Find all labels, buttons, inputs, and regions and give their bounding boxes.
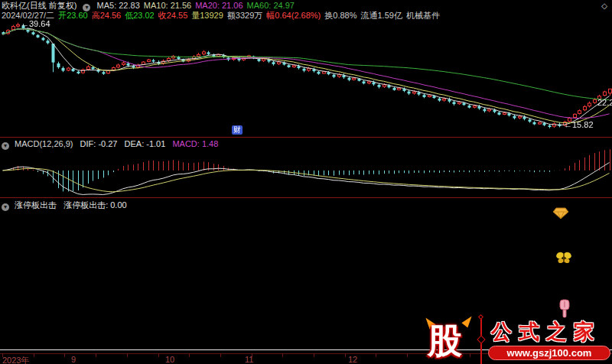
high-price-label: ←39.64 — [21, 19, 50, 28]
axis-tick — [376, 353, 376, 357]
signal-value: 涨停板出击: 0.00 — [63, 200, 127, 210]
macd-chart[interactable] — [0, 148, 612, 197]
watermark-logo-char: 股 — [428, 318, 462, 364]
quote-item: 开23.60 — [58, 11, 88, 20]
axis-tick — [407, 353, 408, 357]
watermark-url: www.gszj100.com — [488, 346, 610, 360]
axis-tick — [127, 353, 128, 357]
edge-price-label: 22.2 — [597, 98, 612, 107]
axis-label: 9 — [71, 355, 76, 364]
axis-tick — [220, 353, 221, 357]
bull-horn-right-icon — [461, 314, 474, 328]
gem-icon — [552, 207, 569, 219]
separator-line — [0, 197, 612, 198]
quote-item: 收24.55 — [158, 11, 188, 20]
axis-tick — [189, 353, 190, 357]
quote-item: 换0.88% — [324, 11, 356, 20]
low-price-label: ←15.82 — [564, 120, 594, 129]
quote-item: 高24.56 — [92, 11, 122, 20]
quote-item: 量13929 — [191, 11, 223, 20]
watermark: 股 公式之家 www.gszj100.com — [417, 297, 612, 364]
quote-item: 低23.02 — [125, 11, 155, 20]
signal-panel-header: 涨停板出击 涨停板出击: 0.00 — [2, 200, 127, 210]
stock-title: 欧科亿(日线 前复权) — [2, 1, 76, 10]
axis-tick — [282, 353, 283, 357]
diamond-icon — [478, 314, 483, 320]
quote-item: 流通1.59亿 — [360, 11, 402, 20]
ma-value-label: MA10: 21.56 — [144, 1, 191, 10]
axis-tick — [314, 353, 314, 357]
axis-tick — [34, 353, 34, 357]
butterfly-icon — [555, 250, 572, 265]
title-bar: 欧科亿(日线 前复权) MA5: 22.83MA10: 21.56MA20: 2… — [2, 1, 302, 10]
axis-tick — [345, 353, 346, 357]
axis-label: 11 — [245, 355, 253, 364]
ma-value-label: MA60: 24.97 — [247, 1, 295, 10]
axis-label: 2023年 — [2, 355, 29, 364]
collapse-signal-icon[interactable] — [2, 203, 9, 211]
separator-line — [0, 137, 612, 138]
quote-bar: 2024/02/27/二开23.60高24.56低23.02收24.55量139… — [2, 11, 444, 20]
signal-title: 涨停板出击 — [15, 200, 57, 210]
quote-item: 额3329万 — [227, 11, 262, 20]
stock-app-window: 欧科亿(日线 前复权) MA5: 22.83MA10: 21.56MA20: 2… — [0, 0, 612, 364]
quote-item: 幅0.64(2.68%) — [266, 11, 321, 20]
quote-item: 机械基件 — [406, 11, 440, 20]
ma-value-label: MA20: 21.06 — [195, 1, 243, 10]
cai-news-badge[interactable]: 财 — [232, 125, 243, 135]
ma-value-label: MA5: 22.83 — [97, 1, 140, 10]
axis-label: 10 — [165, 355, 174, 364]
candlestick-chart[interactable] — [0, 20, 612, 136]
diamond-icon — [477, 335, 485, 343]
axis-tick — [96, 353, 96, 357]
corner-diamond-icon[interactable]: ◇ — [601, 2, 607, 10]
watermark-site-name: 公式之家 — [491, 318, 601, 346]
axis-tick — [158, 353, 159, 357]
axis-tick — [64, 353, 65, 357]
ma-label-group: MA5: 22.83MA10: 21.56MA20: 21.06MA60: 24… — [97, 1, 298, 10]
axis-label: 12 — [348, 355, 357, 364]
